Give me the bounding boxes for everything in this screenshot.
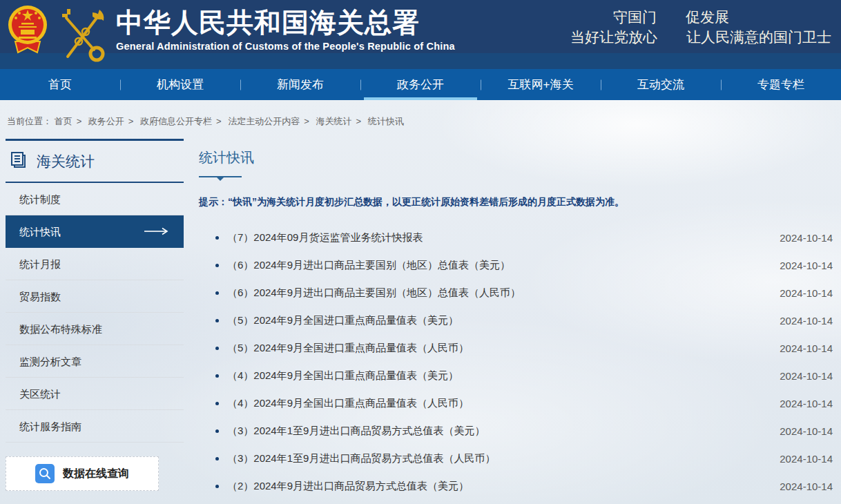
- breadcrumb-label: 当前位置：: [7, 116, 52, 126]
- list-item: （4）2024年9月全国出口重点商品量值表（人民币） 2024-10-14: [199, 389, 833, 417]
- list-item-link[interactable]: （2）2024年9月进出口商品贸易方式总值表（美元）: [227, 480, 469, 493]
- right-arrow-icon: [144, 215, 168, 248]
- list-item-date: 2024-10-14: [780, 232, 833, 244]
- site-title: 中华人民共和国海关总署: [116, 8, 455, 38]
- site-title-block: 中华人民共和国海关总署 General Administration of Cu…: [116, 8, 455, 52]
- list-item-link[interactable]: （5）2024年9月全国进口重点商品量值表（美元）: [227, 314, 458, 327]
- list-item-date: 2024-10-14: [780, 342, 833, 354]
- list-item: （6）2024年9月进出口商品主要国别（地区）总值表（美元） 2024-10-1…: [199, 251, 833, 279]
- nav-item-news[interactable]: 新闻发布: [240, 69, 360, 100]
- list-item: （5）2024年9月全国进口重点商品量值表（美元） 2024-10-14: [199, 307, 833, 334]
- list-item: （3）2024年1至9月进出口商品贸易方式总值表（美元） 2024-10-14: [199, 417, 833, 445]
- breadcrumb-statistics-express[interactable]: 统计快讯: [368, 116, 404, 126]
- sidebar-item-trade-index[interactable]: 贸易指数: [6, 280, 184, 313]
- list-item: （3）2024年1至9月进出口商品贸易方式总值表（人民币） 2024-10-14: [199, 445, 833, 472]
- sidebar-item-district-statistics[interactable]: 关区统计: [6, 378, 184, 410]
- breadcrumb-home[interactable]: 首页: [55, 116, 72, 126]
- online-data-query-label: 数据在线查询: [63, 467, 129, 481]
- list-item-link[interactable]: （3）2024年1至9月进出口商品贸易方式总值表（美元）: [227, 425, 485, 438]
- list-item: （2）2024年9月进出口商品贸易方式总值表（美元） 2024-10-14: [199, 472, 833, 500]
- list-item-date: 2024-10-14: [780, 398, 833, 409]
- sidebar-item-monthly-report[interactable]: 统计月报: [6, 248, 184, 280]
- nav-item-interaction[interactable]: 互动交流: [601, 69, 721, 100]
- document-icon: [9, 151, 28, 172]
- bullet-icon: [215, 319, 219, 322]
- bullet-icon: [215, 485, 219, 488]
- list-item-link[interactable]: （6）2024年9月进出口商品主要国别（地区）总值表（人民币）: [227, 287, 521, 300]
- national-emblem-icon: [6, 4, 50, 61]
- page-title: 统计快讯: [199, 148, 833, 167]
- sidebar: 海关统计 统计制度 统计快讯 统计月报 贸易指数 数据公布特殊标准 监测分析文章…: [6, 139, 184, 491]
- sidebar-title: 海关统计: [37, 152, 95, 171]
- nav-item-internet-customs[interactable]: 互联网+海关: [481, 69, 601, 100]
- sidebar-item-statistics-system[interactable]: 统计制度: [6, 183, 184, 215]
- list-item: （7）2024年09月货运监管业务统计快报表 2024-10-14: [199, 224, 833, 251]
- slogan-line-1: 守国门促发展: [570, 7, 729, 27]
- list-item-link[interactable]: （4）2024年9月全国出口重点商品量值表（人民币）: [227, 397, 469, 410]
- site-header: 中华人民共和国海关总署 General Administration of Cu…: [0, 0, 841, 69]
- customs-emblem-icon: [58, 6, 108, 66]
- breadcrumb-info-disclosure[interactable]: 政府信息公开专栏: [140, 116, 212, 126]
- title-underline-decoration: [199, 176, 242, 177]
- list-item-date: 2024-10-14: [780, 370, 833, 382]
- search-icon: [35, 464, 55, 483]
- sidebar-header: 海关统计: [6, 139, 184, 183]
- bullet-icon: [215, 429, 219, 433]
- breadcrumb: 当前位置： 首页> 政务公开> 政府信息公开专栏> 法定主动公开内容> 海关统计…: [6, 100, 835, 139]
- notice-text: 提示：“快讯”为海关统计月度初步汇总数据，以更正统计原始资料差错后形成的月度正式…: [199, 196, 833, 209]
- sidebar-item-analysis-articles[interactable]: 监测分析文章: [6, 345, 184, 378]
- list-item: （6）2024年9月进出口商品主要国别（地区）总值表（人民币） 2024-10-…: [199, 279, 833, 307]
- list-item-link[interactable]: （3）2024年1至9月进出口商品贸易方式总值表（人民币）: [227, 452, 495, 465]
- list-item-date: 2024-10-14: [780, 453, 833, 465]
- bullet-icon: [215, 347, 219, 350]
- list-item-date: 2024-10-14: [780, 315, 833, 327]
- nav-item-gov-affairs[interactable]: 政务公开: [360, 69, 481, 100]
- list-item-link[interactable]: （5）2024年9月全国进口重点商品量值表（人民币）: [227, 342, 469, 355]
- bullet-icon: [215, 236, 219, 240]
- nav-item-organization[interactable]: 机构设置: [120, 69, 240, 100]
- news-list: （7）2024年09月货运监管业务统计快报表 2024-10-14 （6）202…: [199, 224, 833, 500]
- bullet-icon: [215, 457, 219, 461]
- list-item-link[interactable]: （4）2024年9月全国出口重点商品量值表（美元）: [227, 369, 458, 382]
- site-subtitle: General Administration of Customs of the…: [116, 41, 455, 52]
- main-content: 统计快讯 提示：“快讯”为海关统计月度初步汇总数据，以更正统计原始资料差错后形成…: [199, 139, 835, 500]
- list-item-date: 2024-10-14: [780, 260, 833, 271]
- list-item: （4）2024年9月全国出口重点商品量值表（美元） 2024-10-14: [199, 362, 833, 389]
- sidebar-item-service-guide[interactable]: 统计服务指南: [6, 410, 184, 443]
- sidebar-item-special-standards[interactable]: 数据公布特殊标准: [6, 313, 184, 345]
- online-data-query-button[interactable]: 数据在线查询: [6, 456, 159, 491]
- bullet-icon: [215, 291, 219, 295]
- breadcrumb-statutory-disclosure[interactable]: 法定主动公开内容: [228, 116, 300, 126]
- list-item-link[interactable]: （6）2024年9月进出口商品主要国别（地区）总值表（美元）: [227, 259, 510, 272]
- bullet-icon: [215, 374, 219, 378]
- list-item-link[interactable]: （7）2024年09月货运监管业务统计快报表: [227, 231, 423, 244]
- header-slogans: 守国门促发展 当好让党放心让人民满意的国门卫士: [570, 7, 831, 47]
- page-body: 当前位置： 首页> 政务公开> 政府信息公开专栏> 法定主动公开内容> 海关统计…: [0, 100, 841, 504]
- breadcrumb-gov-affairs[interactable]: 政务公开: [88, 116, 124, 126]
- list-item-date: 2024-10-14: [780, 425, 833, 437]
- bullet-icon: [215, 402, 219, 405]
- list-item-date: 2024-10-14: [780, 287, 833, 299]
- nav-item-special-topics[interactable]: 专题专栏: [721, 69, 841, 100]
- breadcrumb-customs-statistics[interactable]: 海关统计: [316, 116, 352, 126]
- bullet-icon: [215, 264, 219, 267]
- sidebar-item-statistics-express[interactable]: 统计快讯: [6, 215, 184, 248]
- list-item-date: 2024-10-14: [780, 481, 833, 492]
- main-navigation: 首页 机构设置 新闻发布 政务公开 互联网+海关 互动交流 专题专栏: [0, 69, 841, 100]
- slogan-line-2: 当好让党放心让人民满意的国门卫士: [570, 27, 831, 47]
- nav-item-home[interactable]: 首页: [0, 69, 120, 100]
- list-item: （5）2024年9月全国进口重点商品量值表（人民币） 2024-10-14: [199, 334, 833, 362]
